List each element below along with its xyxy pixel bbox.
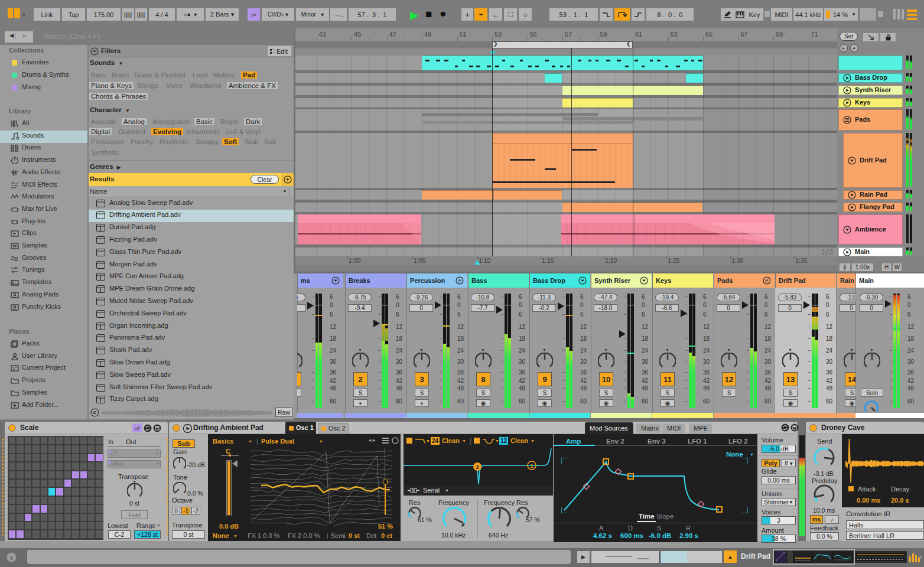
- svg-text:2: 2: [476, 464, 479, 470]
- svg-text:1: 1: [530, 463, 533, 469]
- svg-text:i: i: [11, 554, 12, 561]
